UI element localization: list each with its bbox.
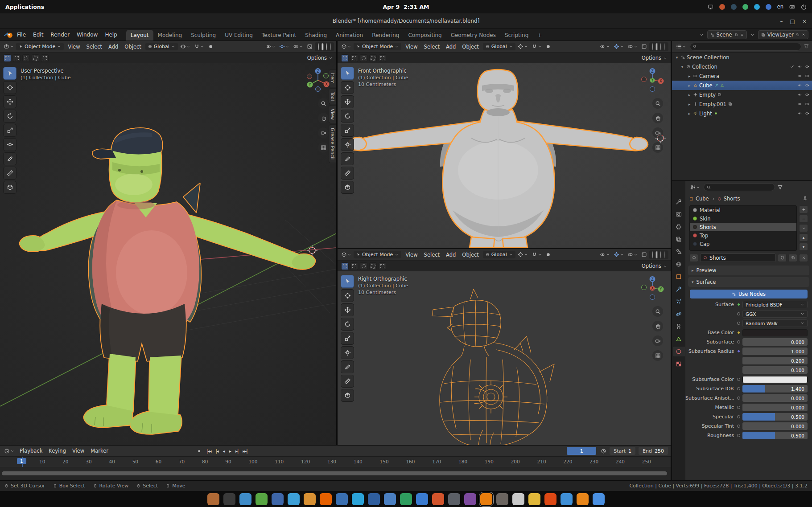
viewport-canvas-user[interactable] (0, 63, 336, 446)
overlays-dropdown[interactable] (626, 43, 639, 50)
disclosure-icon[interactable]: ▾ (680, 65, 684, 69)
solid-shading-button[interactable] (655, 251, 658, 258)
dock-icon[interactable] (416, 493, 428, 505)
specular-slider[interactable]: 0.500 (742, 413, 808, 421)
dock-icon[interactable] (384, 493, 396, 505)
viewport-canvas-side[interactable] (338, 271, 671, 446)
keyboard-icon[interactable] (789, 4, 795, 10)
tab-object-data[interactable] (673, 334, 685, 344)
unlink-scene-icon[interactable] (740, 33, 744, 37)
tab-compositing[interactable]: Compositing (404, 30, 446, 41)
select-box-button[interactable] (13, 54, 21, 62)
disable-render-icon[interactable] (805, 74, 809, 78)
subsurface-color-swatch[interactable] (742, 376, 808, 383)
new-material-button[interactable] (788, 254, 797, 262)
mode-dropdown[interactable]: Object Mode (354, 43, 401, 50)
hide-eye-icon[interactable] (798, 111, 802, 115)
tab-shading[interactable]: Shading (301, 30, 331, 41)
tab-object[interactable] (673, 272, 685, 282)
zoom-button[interactable] (652, 306, 663, 317)
tab-sculpting[interactable]: Sculpting (186, 30, 220, 41)
window-title-bar[interactable]: Blender* [/home/maddy/Documents/noellava… (0, 13, 812, 29)
chevron-down-icon[interactable] (750, 33, 754, 37)
transform-tool[interactable] (3, 138, 16, 151)
move-slot-up-button[interactable]: ▴ (799, 233, 808, 241)
subsurface-ior-slider[interactable]: 1.400 (742, 385, 808, 393)
transport-button[interactable]: |◂ (213, 448, 220, 454)
hide-eye-icon[interactable] (798, 83, 802, 87)
toggle-perspective-button[interactable] (652, 350, 663, 361)
specular-tint-slider[interactable]: 0.000 (742, 422, 808, 430)
tab-world[interactable] (673, 259, 685, 269)
gizmos-dropdown[interactable] (278, 43, 291, 50)
menubar-item[interactable]: Window (73, 30, 101, 39)
slot-cap[interactable]: Cap (690, 240, 796, 248)
checkbox-icon[interactable] (790, 65, 794, 69)
rendered-shading-button[interactable] (664, 251, 666, 258)
power-icon[interactable] (801, 4, 807, 10)
viewport-3d-front[interactable]: Object Mode ViewSelectAddObject Global O… (338, 41, 671, 248)
properties-editor[interactable]: Cube Shorts Material Skin Shorts Top Cap… (672, 181, 812, 480)
dock-icon[interactable] (288, 493, 300, 505)
maximize-button[interactable]: □ (790, 18, 795, 25)
solid-shading-button[interactable] (321, 43, 324, 50)
move-tool[interactable] (341, 95, 354, 108)
language-indicator[interactable]: en (777, 4, 783, 10)
outliner-row-cube-selected[interactable]: ▸ Cube (672, 81, 812, 90)
tab-physics[interactable] (673, 309, 685, 319)
measure-tool[interactable] (3, 167, 16, 180)
navigation-gizmo[interactable]: ZXY (639, 67, 665, 94)
dock-icon[interactable] (577, 493, 589, 505)
tab-tool[interactable] (673, 197, 685, 207)
radius-z-field[interactable]: 0.100 (742, 366, 808, 374)
selectability-dropdown[interactable] (598, 43, 611, 50)
timeline-editor[interactable]: PlaybackKeyingViewMarker |◂◂|◂◂▸▸|▸▸| 1 … (0, 446, 671, 480)
add-cube-tool[interactable] (341, 389, 354, 402)
pan-button[interactable] (652, 113, 663, 123)
rendered-shading-button[interactable] (664, 43, 666, 50)
editor-type-button[interactable] (675, 43, 688, 50)
outliner-editor[interactable]: ▾ Scene Collection ▾ Collection ▸ Camera… (672, 41, 812, 180)
viewport-menu-item[interactable]: Object (459, 42, 482, 51)
disclosure-icon[interactable]: ▸ (687, 102, 692, 106)
minimize-button[interactable]: – (780, 18, 783, 25)
snap-dropdown[interactable] (193, 43, 206, 50)
scale-tool[interactable] (3, 124, 16, 137)
dock-icon[interactable] (561, 493, 573, 505)
measure-tool[interactable] (341, 375, 354, 388)
radius-y-field[interactable]: 0.200 (742, 357, 808, 364)
timeline-menu-item[interactable]: Playback (16, 446, 45, 455)
transform-tool[interactable] (341, 346, 354, 359)
tab-particles[interactable] (673, 297, 685, 307)
editor-type-button[interactable] (2, 43, 15, 50)
options-dropdown[interactable]: Options (642, 263, 667, 269)
select-circle-button[interactable] (22, 54, 30, 62)
transport-button[interactable]: |◂◂ (204, 448, 213, 454)
cursor-tool[interactable] (341, 81, 354, 94)
viewport-menu-item[interactable]: Select (421, 250, 443, 259)
material-shading-button[interactable] (325, 43, 328, 50)
scale-tool[interactable] (341, 332, 354, 345)
viewport-menu-item[interactable]: View (402, 250, 420, 259)
disable-render-icon[interactable] (805, 111, 809, 115)
preview-panel-header[interactable]: ▸Preview (688, 266, 809, 275)
select-mode-button[interactable] (41, 54, 49, 62)
close-button[interactable]: × (802, 18, 807, 25)
n-panel-tab[interactable]: Grease Pencil (329, 124, 336, 163)
mode-dropdown[interactable]: Object Mode (16, 43, 64, 50)
blender-logo-icon[interactable] (4, 32, 13, 38)
pin-icon[interactable] (802, 196, 808, 202)
viewport-canvas-front[interactable] (338, 63, 671, 248)
disclosure-icon[interactable]: ▸ (687, 83, 692, 88)
gizmos-dropdown[interactable] (612, 251, 625, 258)
pan-button[interactable] (652, 321, 663, 331)
select-box-button[interactable] (350, 54, 358, 62)
proportional-editing-toggle[interactable] (206, 43, 215, 50)
dock-icon[interactable] (544, 493, 556, 505)
xray-toggle[interactable] (305, 43, 314, 50)
menubar-item[interactable]: Help (101, 30, 120, 39)
subsurface-anisotropy-slider[interactable]: 0.000 (742, 394, 808, 402)
dock-icon[interactable] (336, 493, 348, 505)
telegram-icon[interactable] (754, 4, 760, 10)
orientation-dropdown[interactable]: Global (483, 251, 515, 258)
